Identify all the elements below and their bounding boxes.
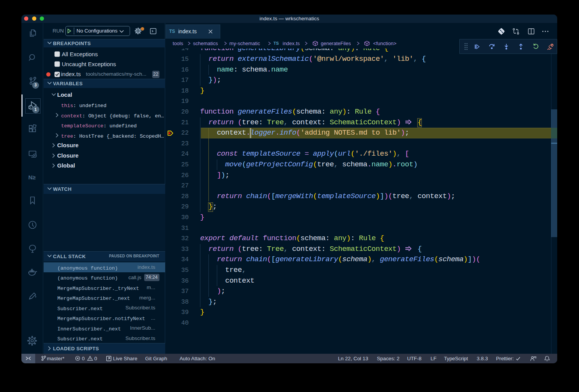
svg-text:N≥: N≥ [28,174,36,181]
